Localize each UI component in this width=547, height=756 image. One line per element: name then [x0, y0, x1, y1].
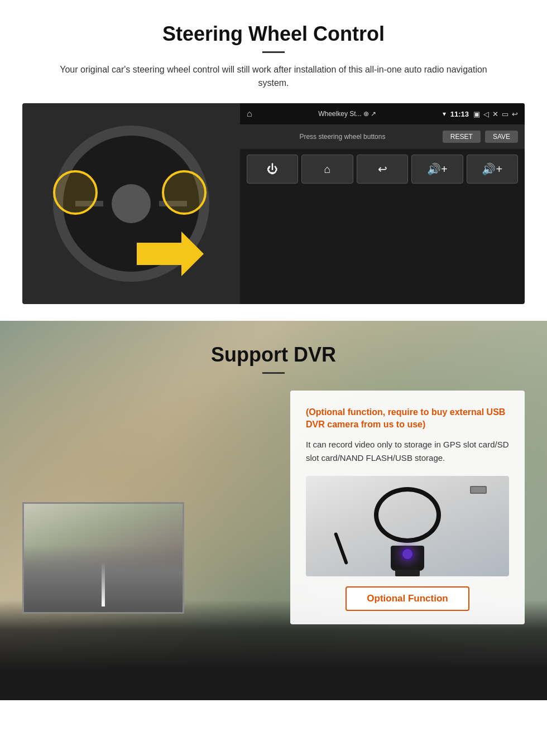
dvr-title: Support DVR — [22, 343, 525, 367]
highlight-circle-left — [53, 170, 98, 215]
android-interface-panel: ⌂ Wheelkey St... ⊕ ↗ ▾ 11:13 ▣ ◁ ✕ ▭ ↩ P… — [240, 103, 525, 304]
dvr-optional-text: (Optional function, require to buy exter… — [306, 406, 509, 431]
title-underline — [262, 51, 285, 53]
vol-up-button-2[interactable]: 🔊+ — [467, 155, 518, 184]
save-button[interactable]: SAVE — [485, 131, 518, 143]
back-button[interactable]: ↩ — [357, 155, 408, 184]
swc-buttons-row: ⏻ ⌂ ↩ 🔊+ 🔊+ — [240, 149, 525, 189]
power-button[interactable]: ⏻ — [247, 155, 298, 184]
home-icon: ⌂ — [247, 109, 252, 119]
steering-description: Your original car's steering wheel contr… — [56, 63, 491, 90]
wifi-icon: ▾ — [443, 110, 446, 118]
highlight-circle-right — [162, 170, 207, 215]
cable-coil — [374, 487, 441, 543]
android-title: Wheelkey St... ⊕ ↗ — [257, 110, 438, 118]
dvr-description: It can record video only to storage in G… — [306, 438, 509, 465]
optional-function-button[interactable]: Optional Function — [346, 586, 469, 611]
dvr-road-line — [102, 562, 105, 606]
status-icons: ▣ ◁ ✕ ▭ ↩ — [473, 110, 518, 118]
steering-composite: ⌂ Wheelkey St... ⊕ ↗ ▾ 11:13 ▣ ◁ ✕ ▭ ↩ P… — [22, 103, 525, 304]
camera-base — [395, 570, 420, 576]
vol-up-button-1[interactable]: 🔊+ — [411, 155, 463, 184]
steering-wheel-panel — [22, 103, 240, 304]
dvr-content: Support DVR (Optional function, require … — [0, 321, 547, 647]
steering-section: Steering Wheel Control Your original car… — [0, 0, 547, 321]
steering-wheel-visual — [42, 114, 220, 293]
reset-button[interactable]: RESET — [443, 131, 481, 143]
swc-toolbar: Press steering wheel buttons RESET SAVE — [240, 124, 525, 149]
cable-wire — [334, 532, 348, 565]
camera-lens — [401, 547, 414, 561]
close-icon: ✕ — [492, 110, 498, 118]
dvr-title-underline — [262, 372, 285, 374]
back-icon: ↩ — [512, 110, 518, 118]
dvr-section: Support DVR (Optional function, require … — [0, 321, 547, 700]
steering-wheel-center — [112, 184, 151, 223]
svg-marker-0 — [137, 232, 204, 276]
dvr-main-area: (Optional function, require to buy exter… — [22, 391, 525, 624]
dvr-screenshot-thumbnail — [22, 502, 184, 614]
android-topbar: ⌂ Wheelkey St... ⊕ ↗ ▾ 11:13 ▣ ◁ ✕ ▭ ↩ — [240, 103, 525, 124]
steering-title: Steering Wheel Control — [22, 22, 525, 46]
usb-plug — [470, 486, 487, 494]
dvr-info-box: (Optional function, require to buy exter… — [290, 391, 525, 624]
home-button[interactable]: ⌂ — [301, 155, 353, 184]
android-time: 11:13 — [450, 110, 469, 118]
dvr-camera-image — [306, 476, 509, 576]
mirror-icon: ▭ — [502, 110, 508, 118]
volume-icon: ◁ — [483, 110, 489, 118]
swc-label: Press steering wheel buttons — [247, 133, 438, 141]
camera-icon: ▣ — [473, 110, 480, 118]
arrow-icon — [137, 232, 204, 276]
